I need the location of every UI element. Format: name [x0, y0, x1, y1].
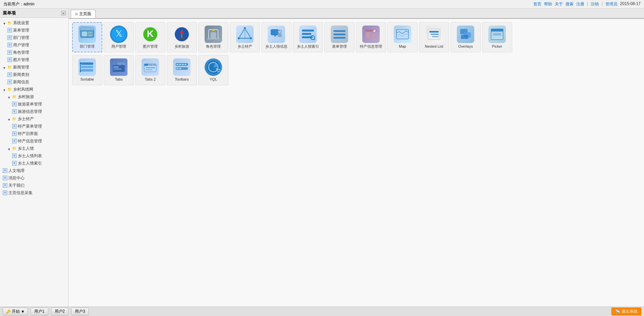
nav-admin[interactable]: 管理员	[605, 1, 618, 7]
nav-about[interactable]: 关于	[555, 1, 563, 7]
svg-rect-34	[333, 34, 345, 35]
sidebar-item-menu-mgmt[interactable]: ≡ 菜单管理	[5, 27, 68, 34]
main-container: 菜单项 « ▼ 📁 系统设置 ≡ 菜单管理 ≡ 部门管理 ≡	[0, 9, 644, 307]
app-icon-tabs2[interactable]: Tabs 2	[135, 55, 165, 85]
icon-img-map	[394, 26, 411, 43]
sidebar-group-news[interactable]: ▼ 📁 新闻管理	[0, 63, 68, 71]
sidebar-item-people-list[interactable]: ≡ 乡土人情列表	[9, 152, 68, 160]
svg-rect-1	[80, 28, 94, 30]
sidebar-item-messages[interactable]: ≡ 消息中心	[0, 174, 68, 182]
app-icon-map[interactable]: Map	[387, 22, 418, 52]
sidebar-label-news: 新闻管理	[13, 64, 29, 70]
sidebar-item-geography[interactable]: ≡ 人文地理	[0, 167, 68, 174]
leaf-icon: ≡	[12, 124, 17, 129]
sidebar: 菜单项 « ▼ 📁 系统设置 ≡ 菜单管理 ≡ 部门管理 ≡	[0, 9, 69, 307]
user-tab-2[interactable]: 用户2	[51, 308, 69, 315]
sidebar-group-people[interactable]: ▼ 📁 乡土人情	[5, 145, 68, 152]
icon-label-toolbars: Toolbars	[175, 77, 189, 82]
sidebar-label-news-info: 新闻信息	[13, 79, 29, 85]
expand-icon-village: ▼	[3, 87, 7, 91]
app-icon-picker[interactable]: Picker	[482, 22, 512, 52]
svg-rect-33	[333, 30, 345, 32]
svg-marker-57	[80, 62, 82, 64]
nav-search[interactable]: 搜索	[566, 1, 574, 7]
sidebar-item-role-mgmt[interactable]: ≡ 角色管理	[5, 49, 68, 56]
app-icon-yql[interactable]: YQL	[198, 55, 228, 85]
sidebar-item-news-info[interactable]: ≡ 新闻信息	[5, 78, 68, 86]
app-icon-nested[interactable]: Nested List	[419, 22, 449, 52]
icon-label-renqing: 乡土人情信息	[265, 44, 287, 49]
svg-rect-36	[366, 32, 370, 38]
app-icon-tese[interactable]: 乡土特产	[230, 22, 260, 52]
icon-img-suoyin	[299, 26, 317, 43]
app-icon-overlays[interactable]: Overlays	[450, 22, 481, 52]
svg-text:K: K	[147, 29, 154, 39]
sidebar-group-tourism[interactable]: ▼ 📁 乡村旅游	[5, 93, 68, 100]
svg-rect-47	[461, 35, 468, 39]
leaf-icon: ≡	[3, 176, 7, 180]
sidebar-collapse-button[interactable]: «	[61, 11, 66, 15]
folder-icon-tourism: 📁	[12, 94, 17, 99]
svg-rect-63	[113, 66, 119, 67]
app-icon-sortable[interactable]: Sortable	[72, 55, 102, 85]
sidebar-item-people-index[interactable]: ≡ 乡土人情索引	[9, 160, 68, 167]
sidebar-item-specialty-menu[interactable]: ≡ 特产菜单管理	[9, 123, 68, 130]
icon-label-tabs2: Tabs 2	[145, 77, 156, 82]
expand-icon-system: ▼	[3, 21, 7, 25]
sidebar-group-village[interactable]: ▼ 📁 乡村风情网	[0, 86, 68, 93]
icon-label-techanmgmt: 特产信息管理	[360, 44, 382, 49]
start-arrow: ▼	[21, 309, 25, 314]
tab-home[interactable]: ⊞ 主页面	[71, 10, 96, 18]
logout-button[interactable]: 📡 退出系统	[611, 308, 641, 315]
sidebar-group-specialty-children: ≡ 特产菜单管理 ≡ 特产旧界面 ≡ 特产信息管理	[5, 123, 68, 145]
sidebar-group-specialty[interactable]: ▼ 📁 乡土特产	[5, 115, 68, 123]
sidebar-item-specialty-info[interactable]: ≡ 特产信息管理	[9, 137, 68, 145]
sidebar-item-home-collect[interactable]: ≡ 主页信息采集	[0, 189, 68, 196]
sidebar-item-specialty-old-ui[interactable]: ≡ 特产旧界面	[9, 130, 68, 137]
icon-label-map: Map	[399, 44, 406, 49]
svg-rect-54	[81, 66, 93, 68]
sidebar-item-pic-mgmt[interactable]: ≡ 图片管理	[5, 56, 68, 63]
sidebar-item-tourism-menu[interactable]: ≡ 旅游菜单管理	[9, 100, 68, 108]
user-tab-3[interactable]: 用户3	[71, 308, 89, 315]
app-icon-lvyou[interactable]: 乡村旅游	[167, 22, 197, 52]
svg-rect-44	[432, 36, 439, 37]
app-icon-yonghu[interactable]: 𝕏 用户管理	[104, 22, 134, 52]
app-icon-techanmgmt[interactable]: 特产信息管理	[356, 22, 386, 52]
nav-logout[interactable]: 注销	[591, 1, 599, 7]
sidebar-item-news-type[interactable]: ≡ 新闻类别	[5, 71, 68, 78]
app-icon-bumen[interactable]: 部门管理	[72, 22, 102, 52]
user-tab-1[interactable]: 用户1	[31, 308, 48, 315]
sidebar-label-tourism: 乡村旅游	[18, 94, 34, 100]
leaf-icon: ≡	[12, 131, 17, 136]
top-nav: 首页 帮助 关于 搜索 注册 | 注销 | 管理员 2015-08-17	[533, 1, 641, 7]
icon-img-tabs2	[142, 58, 159, 76]
sidebar-label-system: 系统设置	[13, 20, 29, 26]
sidebar-group-system[interactable]: ▼ 📁 系统设置	[0, 19, 68, 27]
icon-label-nested: Nested List	[425, 44, 443, 49]
sidebar-item-dept-mgmt[interactable]: ≡ 部门管理	[5, 34, 68, 41]
sidebar-title: 菜单项	[3, 10, 16, 16]
app-icon-caidan[interactable]: 菜单管理	[324, 22, 355, 52]
bottom-bar: 🔑 开始 ▼ 用户1 用户2 用户3 📡 退出系统	[0, 307, 644, 316]
app-icon-tabs[interactable]: Tabs	[104, 55, 134, 85]
svg-rect-64	[113, 69, 121, 70]
app-icon-toolbars[interactable]: Toolbars	[167, 55, 197, 85]
start-button[interactable]: 🔑 开始 ▼	[3, 308, 28, 315]
icon-label-yonghu: 用户管理	[111, 44, 126, 49]
nav-home[interactable]: 首页	[533, 1, 541, 7]
app-icon-tupian[interactable]: K 图片管理	[135, 22, 165, 52]
svg-rect-28	[302, 30, 314, 32]
app-icon-juese[interactable]: 角色管理	[198, 22, 228, 52]
svg-marker-58	[80, 71, 82, 73]
nav-register[interactable]: 注册	[576, 1, 584, 7]
app-icon-suoyin[interactable]: 乡土人情索引	[293, 22, 323, 52]
sidebar-item-about-us[interactable]: ≡ 关于我们	[0, 182, 68, 189]
sidebar-item-user-mgmt[interactable]: ≡ 用户管理	[5, 41, 68, 49]
svg-rect-68	[153, 64, 156, 66]
app-icon-renqing[interactable]: 乡土人情信息	[261, 22, 291, 52]
sidebar-item-tourism-info[interactable]: ≡ 旅游信息管理	[9, 108, 68, 115]
nav-help[interactable]: 帮助	[544, 1, 552, 7]
folder-icon-village: 📁	[7, 87, 12, 92]
svg-rect-43	[431, 34, 439, 35]
